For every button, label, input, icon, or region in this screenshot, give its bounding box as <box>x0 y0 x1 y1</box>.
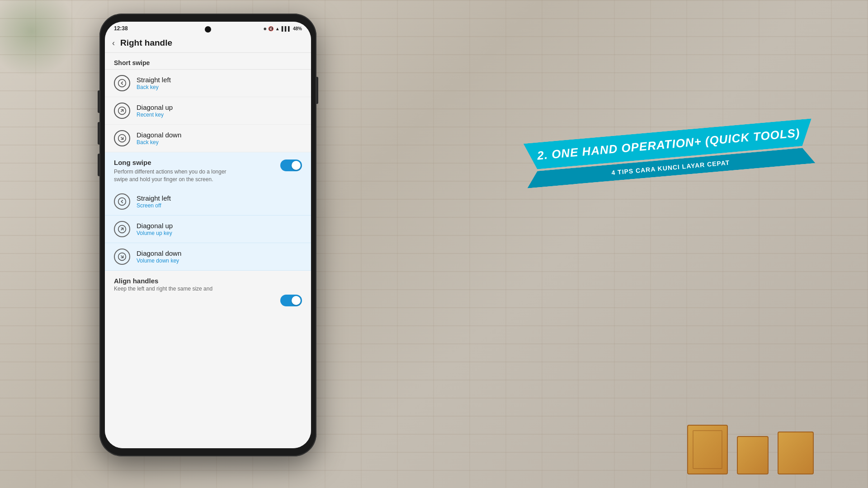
diagonal-up-long-text: Diagonal up Volume up key <box>137 222 173 236</box>
diagonal-down-short-subtitle: Back key <box>137 139 181 145</box>
short-straight-left-item[interactable]: Straight left Back key <box>105 70 311 97</box>
screen-content: Short swipe Straight left Back key <box>105 53 311 448</box>
straight-left-long-icon <box>114 193 130 210</box>
svg-point-5 <box>118 197 126 205</box>
long-swipe-header: Long swipe Perform different actions whe… <box>114 159 302 183</box>
camera-notch <box>205 26 211 33</box>
bluetooth-icon: ⎈ <box>264 26 266 31</box>
straight-left-short-subtitle: Back key <box>137 84 171 90</box>
diagonal-down-short-icon <box>114 130 130 146</box>
box-3 <box>778 432 814 474</box>
straight-left-long-title: Straight left <box>137 194 171 202</box>
diagonal-down-long-icon <box>114 249 130 265</box>
phone-body: 12:38 ⎈ 🔇 ▲ ▌▌▌ 48% ‹ Right handle Short… <box>99 14 316 456</box>
decoration-boxes <box>687 425 814 474</box>
diagonal-up-long-subtitle: Volume up key <box>137 230 173 236</box>
align-handles-title: Align handles <box>114 277 302 285</box>
mute-icon: 🔇 <box>268 26 274 31</box>
short-diagonal-down-item[interactable]: Diagonal down Back key <box>105 125 311 152</box>
long-diagonal-up-item[interactable]: Diagonal up Volume up key <box>105 216 311 243</box>
status-time: 12:38 <box>114 25 128 32</box>
straight-left-short-icon <box>114 75 130 91</box>
diagonal-up-short-title: Diagonal up <box>137 103 173 111</box>
diagonal-up-short-icon <box>114 103 130 119</box>
long-straight-left-item[interactable]: Straight left Screen off <box>105 188 311 216</box>
phone-device: 12:38 ⎈ 🔇 ▲ ▌▌▌ 48% ‹ Right handle Short… <box>99 14 316 456</box>
align-handles-toggle[interactable] <box>280 295 302 306</box>
short-diagonal-up-item[interactable]: Diagonal up Recent key <box>105 97 311 125</box>
diagonal-down-long-title: Diagonal down <box>137 249 181 257</box>
svg-point-0 <box>118 80 126 87</box>
volume-down-button <box>98 122 99 145</box>
diagonal-down-long-subtitle: Volume down key <box>137 258 181 264</box>
bixby-button <box>98 154 99 176</box>
long-diagonal-down-item[interactable]: Diagonal down Volume down key <box>105 243 311 271</box>
diagonal-down-long-text: Diagonal down Volume down key <box>137 249 181 264</box>
phone-screen: 12:38 ⎈ 🔇 ▲ ▌▌▌ 48% ‹ Right handle Short… <box>105 22 311 448</box>
diagonal-up-short-text: Diagonal up Recent key <box>137 103 173 118</box>
long-swipe-text-block: Long swipe Perform different actions whe… <box>114 159 241 183</box>
status-icons: ⎈ 🔇 ▲ ▌▌▌ 48% <box>264 26 302 31</box>
back-button[interactable]: ‹ <box>112 38 115 48</box>
diagonal-up-long-icon <box>114 221 130 237</box>
volume-up-button <box>98 90 99 113</box>
diagonal-up-long-title: Diagonal up <box>137 222 173 230</box>
box-2 <box>737 436 769 474</box>
long-swipe-items: Straight left Screen off <box>105 188 311 271</box>
page-title: Right handle <box>120 38 172 48</box>
diagonal-down-short-text: Diagonal down Back key <box>137 131 181 145</box>
straight-left-long-text: Straight left Screen off <box>137 194 171 209</box>
straight-left-short-text: Straight left Back key <box>137 76 171 90</box>
short-swipe-label: Short swipe <box>114 59 150 66</box>
straight-left-long-subtitle: Screen off <box>137 202 171 209</box>
battery-text: 48% <box>293 26 302 31</box>
long-swipe-description: Perform different actions when you do a … <box>114 168 241 183</box>
box-1 <box>687 425 728 474</box>
long-swipe-toggle[interactable] <box>280 160 302 171</box>
long-swipe-label: Long swipe <box>114 159 241 166</box>
diagonal-down-short-title: Diagonal down <box>137 131 181 139</box>
app-header: ‹ Right handle <box>105 33 311 53</box>
straight-left-short-title: Straight left <box>137 76 171 84</box>
signal-icon: ▌▌▌ <box>282 26 291 31</box>
wifi-icon: ▲ <box>275 26 280 31</box>
align-handles-toggle-row <box>105 295 311 311</box>
align-handles-section: Align handles Keep the left and right th… <box>105 271 311 295</box>
short-swipe-section-header: Short swipe <box>105 53 311 69</box>
power-button <box>316 77 318 104</box>
align-handles-desc: Keep the left and right the same size an… <box>114 286 302 292</box>
diagonal-up-short-subtitle: Recent key <box>137 112 173 118</box>
long-swipe-section: Long swipe Perform different actions whe… <box>105 152 311 188</box>
